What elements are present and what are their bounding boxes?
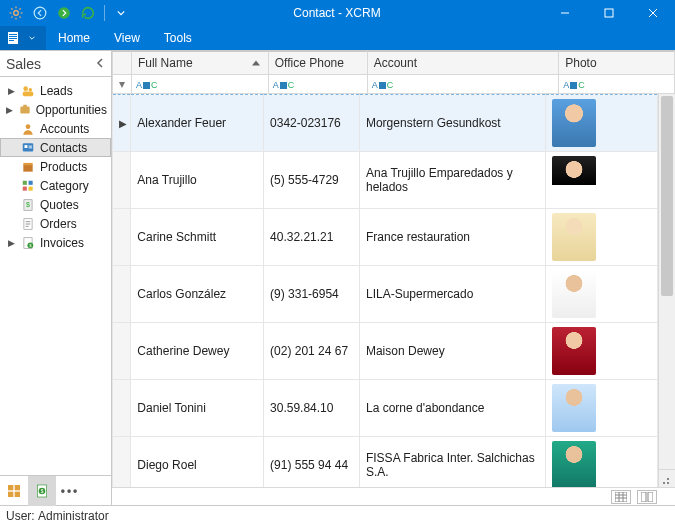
cell-officephone[interactable]: 30.59.84.10 — [264, 380, 360, 437]
tab-view[interactable]: View — [102, 26, 152, 50]
nav-overflow[interactable]: ••• — [56, 476, 84, 506]
cell-photo[interactable] — [545, 266, 657, 323]
cell-fullname[interactable]: Catherine Dewey — [131, 323, 264, 380]
column-header-officephone[interactable]: Office Phone — [268, 52, 367, 75]
row-indicator[interactable] — [113, 437, 131, 488]
table-row[interactable]: Carlos González(9) 331-6954LILA-Supermer… — [113, 266, 658, 323]
svg-rect-17 — [9, 36, 17, 37]
cell-fullname[interactable]: Carine Schmitt — [131, 209, 264, 266]
row-indicator-header[interactable] — [113, 52, 132, 75]
row-indicator[interactable] — [113, 209, 131, 266]
cell-account[interactable]: La corne d'abondance — [359, 380, 545, 437]
table-row[interactable]: Diego Roel(91) 555 94 44FISSA Fabrica In… — [113, 437, 658, 488]
expand-icon[interactable]: ▶ — [6, 238, 16, 248]
cell-photo[interactable] — [545, 380, 657, 437]
avatar — [552, 156, 596, 204]
cell-account[interactable]: Morgenstern Gesundkost — [359, 95, 545, 152]
nav-module-1[interactable] — [0, 476, 28, 506]
cell-photo[interactable] — [545, 323, 657, 380]
svg-rect-18 — [9, 38, 17, 39]
svg-rect-34 — [23, 186, 27, 190]
column-header-photo[interactable]: Photo — [559, 52, 675, 75]
sidebar-item-invoices[interactable]: ▶ $ Invoices — [0, 233, 111, 252]
svg-rect-43 — [15, 485, 20, 490]
qat-customize-icon[interactable] — [111, 3, 131, 23]
cell-officephone[interactable]: (02) 201 24 67 — [264, 323, 360, 380]
sidebar-item-category[interactable]: Category — [0, 176, 111, 195]
cell-account[interactable]: FISSA Fabrica Inter. Salchichas S.A. — [359, 437, 545, 488]
filter-officephone[interactable]: AC — [268, 75, 367, 94]
avatar — [552, 384, 596, 432]
column-header-account[interactable]: Account — [367, 52, 559, 75]
svg-rect-55 — [648, 492, 653, 502]
forward-icon[interactable] — [54, 3, 74, 23]
filter-fullname[interactable]: AC — [131, 75, 268, 94]
cell-fullname[interactable]: Carlos González — [131, 266, 264, 323]
expand-icon[interactable]: ▶ — [6, 105, 14, 115]
scrollbar-thumb[interactable] — [661, 96, 673, 296]
table-row[interactable]: Daniel Tonini30.59.84.10La corne d'abond… — [113, 380, 658, 437]
vertical-scrollbar[interactable] — [658, 94, 675, 487]
close-button[interactable] — [631, 0, 675, 26]
tab-home[interactable]: Home — [46, 26, 102, 50]
table-row[interactable]: Carine Schmitt40.32.21.21France restaura… — [113, 209, 658, 266]
view-grid-icon[interactable] — [611, 490, 631, 504]
table-row[interactable]: Catherine Dewey(02) 201 24 67Maison Dewe… — [113, 323, 658, 380]
svg-rect-33 — [29, 180, 33, 184]
row-indicator[interactable] — [113, 323, 131, 380]
sidebar-item-orders[interactable]: Orders — [0, 214, 111, 233]
refresh-icon[interactable] — [78, 3, 98, 23]
sidebar-item-label: Accounts — [40, 122, 89, 136]
filter-row-indicator[interactable]: ▾ — [113, 75, 132, 94]
cell-photo[interactable] — [545, 95, 657, 152]
maximize-button[interactable] — [587, 0, 631, 26]
sidebar-item-quotes[interactable]: $ Quotes — [0, 195, 111, 214]
back-icon[interactable] — [30, 3, 50, 23]
row-indicator[interactable] — [113, 266, 131, 323]
resize-grip-icon[interactable] — [658, 469, 675, 487]
file-menu-button[interactable] — [0, 26, 46, 50]
cell-fullname[interactable]: Ana Trujillo — [131, 152, 264, 209]
sidebar-item-accounts[interactable]: Accounts — [0, 119, 111, 138]
filter-account[interactable]: AC — [367, 75, 559, 94]
column-header-fullname[interactable]: Full Name — [131, 52, 268, 75]
cell-account[interactable]: LILA-Supermercado — [359, 266, 545, 323]
sidebar-header[interactable]: Sales — [0, 51, 111, 77]
row-indicator[interactable]: ▶ — [113, 95, 131, 152]
cell-officephone[interactable]: (5) 555-4729 — [264, 152, 360, 209]
cell-account[interactable]: France restauration — [359, 209, 545, 266]
sidebar-item-contacts[interactable]: Contacts — [0, 138, 111, 157]
cell-account[interactable]: Maison Dewey — [359, 323, 545, 380]
row-indicator[interactable] — [113, 380, 131, 437]
settings-icon[interactable] — [6, 3, 26, 23]
filter-photo[interactable]: AC — [559, 75, 675, 94]
sidebar-item-opportunities[interactable]: ▶ Opportunities — [0, 100, 111, 119]
cell-officephone[interactable]: (9) 331-6954 — [264, 266, 360, 323]
svg-rect-42 — [8, 485, 13, 490]
sidebar-item-label: Invoices — [40, 236, 84, 250]
cell-photo[interactable] — [545, 437, 657, 488]
cell-fullname[interactable]: Daniel Tonini — [131, 380, 264, 437]
quotes-icon: $ — [20, 197, 36, 213]
cell-account[interactable]: Ana Trujillo Emparedados y helados — [359, 152, 545, 209]
opportunities-icon — [18, 102, 32, 118]
cell-photo[interactable] — [545, 209, 657, 266]
table-row[interactable]: Ana Trujillo(5) 555-4729Ana Trujillo Emp… — [113, 152, 658, 209]
sidebar-item-products[interactable]: Products — [0, 157, 111, 176]
cell-officephone[interactable]: 0342-023176 — [264, 95, 360, 152]
cell-officephone[interactable]: (91) 555 94 44 — [264, 437, 360, 488]
cell-officephone[interactable]: 40.32.21.21 — [264, 209, 360, 266]
cell-fullname[interactable]: Alexander Feuer — [131, 95, 264, 152]
svg-point-20 — [23, 86, 28, 91]
sidebar-item-leads[interactable]: ▶ Leads — [0, 81, 111, 100]
tab-tools[interactable]: Tools — [152, 26, 204, 50]
table-row[interactable]: ▶Alexander Feuer0342-023176Morgenstern G… — [113, 95, 658, 152]
expand-icon[interactable]: ▶ — [6, 86, 16, 96]
nav-module-2[interactable]: $ — [28, 476, 56, 506]
minimize-button[interactable] — [543, 0, 587, 26]
view-cards-icon[interactable] — [637, 490, 657, 504]
cell-fullname[interactable]: Diego Roel — [131, 437, 264, 488]
row-indicator[interactable] — [113, 152, 131, 209]
cell-photo[interactable] — [545, 152, 657, 209]
avatar — [552, 213, 596, 261]
